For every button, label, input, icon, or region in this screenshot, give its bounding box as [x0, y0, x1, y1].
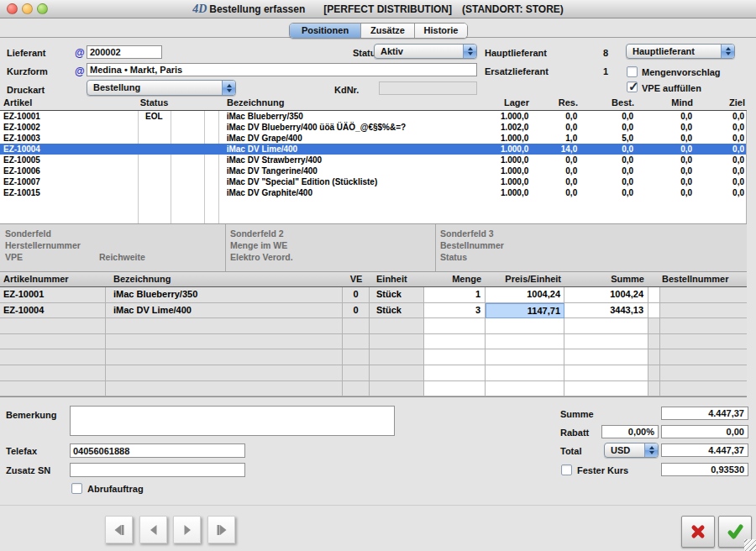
fester-kurs-checkbox[interactable] — [561, 464, 572, 475]
kurs-field[interactable]: 0,93530 — [661, 463, 748, 476]
article-row[interactable]: EZ-10006iMac DV Tangerine/4001.000,00,00… — [0, 165, 746, 176]
resize-grip[interactable] — [744, 539, 756, 551]
col-bezeichnung2-header: Bezeichnung — [106, 272, 343, 286]
hauptlieferant-count: 8 — [600, 48, 612, 58]
tab-positionen[interactable]: Positionen — [290, 24, 361, 38]
bestellung-erfassen-window: 4DBestellung erfassen[PERFECT DISTRIBUTI… — [0, 0, 756, 551]
preis-cell-selected[interactable]: 1147,71 — [486, 303, 564, 319]
rabatt-label: Rabatt — [560, 428, 589, 438]
col-summe-header: Summe — [564, 272, 648, 286]
col-artikel-header: Artikel — [0, 96, 138, 110]
menge-cell[interactable]: 1 — [424, 287, 486, 303]
tab-zusaetze[interactable]: Zusätze — [361, 24, 415, 38]
nav-last-button[interactable] — [207, 516, 235, 543]
herstellernummer-label: Herstellernummer — [5, 240, 81, 250]
kurzform-at-icon[interactable]: @ — [75, 66, 85, 77]
footer-divider — [0, 505, 756, 506]
popup-arrows-icon — [644, 443, 658, 457]
sonderfeld-panel: Sonderfeld Herstellernummer VPE Reichwei… — [0, 223, 747, 272]
mengenvorschlag-label: Mengenvorschlag — [642, 67, 721, 77]
elektro-verord-label: Elektro Verord. — [230, 252, 293, 262]
col-status-header: Status — [138, 96, 171, 110]
col-bezeichnung-header: Bezeichnung — [218, 96, 483, 110]
sonderfeld3-label: Sonderfeld 3 — [440, 228, 494, 239]
vpe-auffuellen-checkbox[interactable] — [627, 81, 638, 92]
window-title-site: (STANDORT: STORE) — [462, 3, 564, 15]
cancel-x-icon — [689, 522, 707, 541]
col-preis-header: Preis/Einheit — [486, 272, 564, 286]
preis-cell[interactable]: 1004,24 — [486, 287, 564, 303]
kdnr-input — [379, 81, 477, 95]
summe-field: 4.447,37 — [661, 407, 748, 420]
position-row-empty[interactable] — [0, 349, 747, 365]
position-row-empty[interactable] — [0, 365, 747, 381]
nav-next-button[interactable] — [173, 516, 201, 543]
summe-cell[interactable]: 1004,24 — [564, 287, 648, 303]
telefax-input[interactable] — [70, 443, 245, 458]
col-lager-header: Lager — [483, 96, 531, 110]
rabatt-amount-field[interactable]: 0,00 — [661, 425, 748, 438]
summe-label: Summe — [560, 409, 594, 419]
sonderfeld2-label: Sonderfeld 2 — [230, 228, 284, 239]
cancel-button[interactable] — [681, 516, 715, 548]
col-ve-header: VE — [343, 272, 370, 286]
status-dropdown[interactable]: Aktiv — [374, 44, 477, 59]
article-row[interactable]: EZ-10015iMac DV Graphite/4001.000,00,00,… — [0, 187, 746, 198]
popup-arrows-icon — [463, 45, 476, 58]
hauptlieferant-label: Hauptlieferant — [485, 48, 547, 58]
popup-arrows-icon — [721, 45, 734, 58]
menge-cell[interactable]: 3 — [424, 303, 486, 319]
position-row-empty[interactable] — [0, 318, 747, 334]
article-row[interactable]: EZ-10007iMac DV "Special" Edition (Stück… — [0, 176, 746, 187]
tab-bar: Positionen Zusätze Historie — [289, 23, 468, 39]
article-row[interactable]: EZ-10001EOLiMac Blueberry/3501.000,00,00… — [0, 111, 746, 122]
positions-table-header: Artikelnummer Bezeichnung VE Einheit Men… — [0, 272, 747, 287]
position-row[interactable]: EZ-10004 iMac DV Lime/400 0 Stück 3 1147… — [0, 303, 747, 319]
lieferant-input[interactable] — [87, 45, 162, 59]
lieferant-label: Lieferant — [7, 48, 45, 58]
druckart-dropdown[interactable]: Bestellung — [87, 80, 236, 96]
druckart-label: Druckart — [7, 85, 45, 95]
nav-previous-button[interactable] — [139, 516, 167, 543]
bestellnummer-label: Bestellnummer — [440, 240, 504, 250]
article-row[interactable]: EZ-10002iMac DV Blueberry/400 üöä ÜÄÖ_@€… — [0, 122, 746, 133]
ersatzlieferant-count: 1 — [600, 66, 612, 76]
zusatz-sn-input[interactable] — [70, 463, 245, 477]
last-record-icon — [214, 522, 229, 538]
article-row[interactable]: EZ-10003iMac DV Grape/4001.000,01,05,00,… — [0, 133, 746, 144]
4d-logo-icon: 4D — [192, 3, 207, 15]
abrufauftrag-checkbox[interactable] — [71, 483, 82, 494]
col-mind-header: Mind — [636, 96, 695, 110]
bemerkung-label: Bemerkung — [6, 410, 57, 420]
status-panel-label: Status — [440, 252, 467, 262]
vpe-auffuellen-label: VPE auffüllen — [642, 83, 701, 93]
total-label: Total — [560, 446, 581, 456]
previous-record-icon — [146, 522, 161, 538]
confirm-check-icon — [726, 522, 744, 541]
lieferant-at-icon[interactable]: @ — [75, 47, 85, 59]
telefax-label: Telefax — [6, 446, 37, 456]
kurzform-input[interactable] — [87, 63, 477, 76]
article-row-selected[interactable]: EZ-10004iMac DV Lime/4001.000,014,00,00,… — [0, 144, 746, 155]
col-res-header: Res. — [531, 96, 580, 110]
summe-cell[interactable]: 3443,13 — [564, 303, 648, 319]
fester-kurs-label: Fester Kurs — [577, 465, 628, 475]
tab-historie[interactable]: Historie — [415, 24, 467, 38]
hauptlieferant-dropdown[interactable]: Hauptlieferant — [626, 44, 735, 59]
kurzform-label: Kurzform — [7, 66, 48, 76]
col-menge-header: Menge — [424, 272, 486, 286]
mengenvorschlag-checkbox[interactable] — [627, 66, 638, 77]
kdnr-label: KdNr. — [334, 85, 359, 95]
articles-table: EZ-10001EOLiMac Blueberry/3501.000,00,00… — [0, 111, 747, 223]
rabatt-percent-field[interactable]: 0,00% — [601, 425, 659, 438]
abrufauftrag-label: Abrufauftrag — [87, 484, 144, 494]
first-record-icon — [112, 522, 127, 538]
position-row[interactable]: EZ-10001 iMac Blueberry/350 0 Stück 1 10… — [0, 287, 747, 303]
bemerkung-textarea[interactable] — [70, 406, 395, 436]
nav-first-button[interactable] — [105, 516, 133, 543]
popup-arrows-icon — [222, 81, 235, 95]
position-row-empty[interactable] — [0, 381, 747, 397]
position-row-empty[interactable] — [0, 334, 747, 350]
currency-dropdown[interactable]: USD — [604, 443, 659, 458]
article-row[interactable]: EZ-10005iMac DV Strawberry/4001.000,00,0… — [0, 155, 746, 165]
